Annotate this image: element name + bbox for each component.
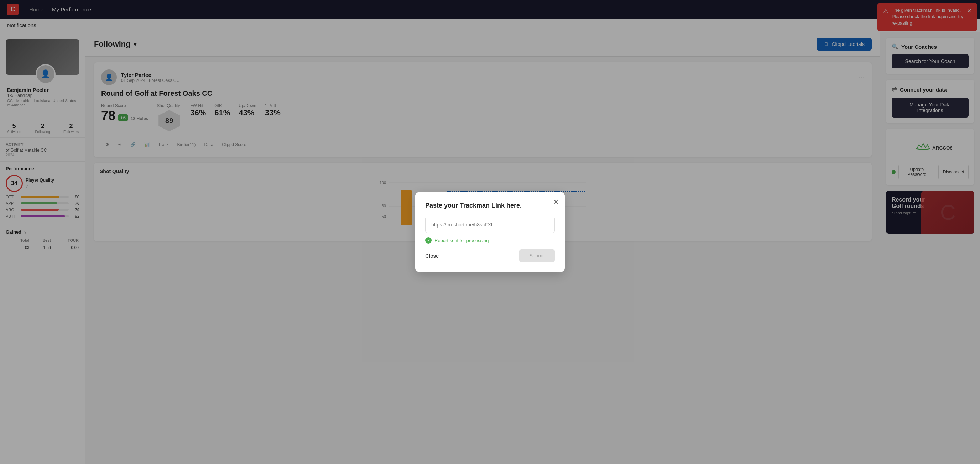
modal-close-btn[interactable]: Close — [425, 253, 439, 259]
modal-title: Paste your Trackman Link here. — [425, 202, 555, 210]
modal-close-x-btn[interactable]: ✕ — [553, 198, 559, 206]
success-check-icon: ✓ — [425, 237, 431, 243]
modal-submit-btn[interactable]: Submit — [519, 249, 555, 262]
modal-overlay: Paste your Trackman Link here. ✕ ✓ Repor… — [0, 0, 980, 464]
trackman-modal: Paste your Trackman Link here. ✕ ✓ Repor… — [415, 192, 565, 272]
trackman-link-input[interactable] — [425, 216, 555, 233]
success-text: Report sent for processing — [434, 238, 488, 243]
modal-success-message: ✓ Report sent for processing — [425, 237, 555, 243]
modal-actions: Close Submit — [425, 249, 555, 262]
